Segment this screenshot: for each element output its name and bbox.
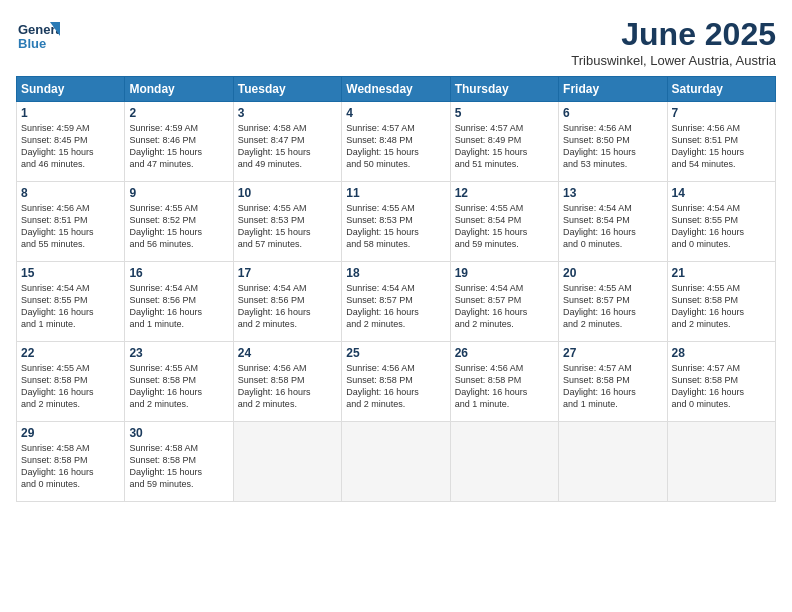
day-number: 4 [346, 106, 445, 120]
day-number: 10 [238, 186, 337, 200]
day-info: Sunrise: 4:58 AMSunset: 8:47 PMDaylight:… [238, 122, 337, 171]
day-info: Sunrise: 4:54 AMSunset: 8:54 PMDaylight:… [563, 202, 662, 251]
day-info: Sunrise: 4:55 AMSunset: 8:52 PMDaylight:… [129, 202, 228, 251]
calendar-cell [233, 422, 341, 502]
day-info: Sunrise: 4:57 AMSunset: 8:58 PMDaylight:… [672, 362, 771, 411]
calendar-cell: 14Sunrise: 4:54 AMSunset: 8:55 PMDayligh… [667, 182, 775, 262]
calendar-cell: 9Sunrise: 4:55 AMSunset: 8:52 PMDaylight… [125, 182, 233, 262]
calendar-cell: 2Sunrise: 4:59 AMSunset: 8:46 PMDaylight… [125, 102, 233, 182]
day-number: 2 [129, 106, 228, 120]
calendar-cell: 11Sunrise: 4:55 AMSunset: 8:53 PMDayligh… [342, 182, 450, 262]
week-row-3: 15Sunrise: 4:54 AMSunset: 8:55 PMDayligh… [17, 262, 776, 342]
day-number: 26 [455, 346, 554, 360]
day-info: Sunrise: 4:57 AMSunset: 8:48 PMDaylight:… [346, 122, 445, 171]
day-info: Sunrise: 4:59 AMSunset: 8:46 PMDaylight:… [129, 122, 228, 171]
day-info: Sunrise: 4:56 AMSunset: 8:58 PMDaylight:… [346, 362, 445, 411]
calendar-cell: 7Sunrise: 4:56 AMSunset: 8:51 PMDaylight… [667, 102, 775, 182]
calendar-cell: 30Sunrise: 4:58 AMSunset: 8:58 PMDayligh… [125, 422, 233, 502]
day-info: Sunrise: 4:58 AMSunset: 8:58 PMDaylight:… [21, 442, 120, 491]
day-number: 28 [672, 346, 771, 360]
calendar-cell: 12Sunrise: 4:55 AMSunset: 8:54 PMDayligh… [450, 182, 558, 262]
day-info: Sunrise: 4:56 AMSunset: 8:50 PMDaylight:… [563, 122, 662, 171]
day-info: Sunrise: 4:55 AMSunset: 8:53 PMDaylight:… [238, 202, 337, 251]
day-info: Sunrise: 4:55 AMSunset: 8:58 PMDaylight:… [672, 282, 771, 331]
calendar-cell [667, 422, 775, 502]
day-info: Sunrise: 4:54 AMSunset: 8:57 PMDaylight:… [346, 282, 445, 331]
week-row-5: 29Sunrise: 4:58 AMSunset: 8:58 PMDayligh… [17, 422, 776, 502]
day-number: 15 [21, 266, 120, 280]
day-number: 18 [346, 266, 445, 280]
day-info: Sunrise: 4:54 AMSunset: 8:55 PMDaylight:… [21, 282, 120, 331]
calendar-cell: 28Sunrise: 4:57 AMSunset: 8:58 PMDayligh… [667, 342, 775, 422]
day-number: 21 [672, 266, 771, 280]
weekday-header-saturday: Saturday [667, 77, 775, 102]
weekday-header-sunday: Sunday [17, 77, 125, 102]
calendar-cell: 20Sunrise: 4:55 AMSunset: 8:57 PMDayligh… [559, 262, 667, 342]
day-info: Sunrise: 4:55 AMSunset: 8:53 PMDaylight:… [346, 202, 445, 251]
day-info: Sunrise: 4:59 AMSunset: 8:45 PMDaylight:… [21, 122, 120, 171]
calendar-cell: 18Sunrise: 4:54 AMSunset: 8:57 PMDayligh… [342, 262, 450, 342]
calendar-cell: 13Sunrise: 4:54 AMSunset: 8:54 PMDayligh… [559, 182, 667, 262]
day-number: 9 [129, 186, 228, 200]
week-row-2: 8Sunrise: 4:56 AMSunset: 8:51 PMDaylight… [17, 182, 776, 262]
calendar-cell: 19Sunrise: 4:54 AMSunset: 8:57 PMDayligh… [450, 262, 558, 342]
calendar-cell: 6Sunrise: 4:56 AMSunset: 8:50 PMDaylight… [559, 102, 667, 182]
day-number: 14 [672, 186, 771, 200]
calendar-cell: 15Sunrise: 4:54 AMSunset: 8:55 PMDayligh… [17, 262, 125, 342]
calendar-cell [559, 422, 667, 502]
weekday-header-friday: Friday [559, 77, 667, 102]
day-number: 25 [346, 346, 445, 360]
week-row-4: 22Sunrise: 4:55 AMSunset: 8:58 PMDayligh… [17, 342, 776, 422]
calendar-cell: 16Sunrise: 4:54 AMSunset: 8:56 PMDayligh… [125, 262, 233, 342]
day-number: 20 [563, 266, 662, 280]
day-info: Sunrise: 4:56 AMSunset: 8:58 PMDaylight:… [455, 362, 554, 411]
calendar-cell: 1Sunrise: 4:59 AMSunset: 8:45 PMDaylight… [17, 102, 125, 182]
day-number: 7 [672, 106, 771, 120]
calendar-cell: 4Sunrise: 4:57 AMSunset: 8:48 PMDaylight… [342, 102, 450, 182]
day-info: Sunrise: 4:55 AMSunset: 8:57 PMDaylight:… [563, 282, 662, 331]
calendar-cell: 29Sunrise: 4:58 AMSunset: 8:58 PMDayligh… [17, 422, 125, 502]
calendar-cell: 26Sunrise: 4:56 AMSunset: 8:58 PMDayligh… [450, 342, 558, 422]
calendar-cell [450, 422, 558, 502]
calendar-cell: 23Sunrise: 4:55 AMSunset: 8:58 PMDayligh… [125, 342, 233, 422]
logo-icon: General Blue [16, 16, 60, 64]
day-info: Sunrise: 4:55 AMSunset: 8:58 PMDaylight:… [129, 362, 228, 411]
day-info: Sunrise: 4:54 AMSunset: 8:56 PMDaylight:… [238, 282, 337, 331]
day-info: Sunrise: 4:56 AMSunset: 8:58 PMDaylight:… [238, 362, 337, 411]
day-info: Sunrise: 4:55 AMSunset: 8:54 PMDaylight:… [455, 202, 554, 251]
day-number: 16 [129, 266, 228, 280]
day-info: Sunrise: 4:55 AMSunset: 8:58 PMDaylight:… [21, 362, 120, 411]
calendar-cell: 17Sunrise: 4:54 AMSunset: 8:56 PMDayligh… [233, 262, 341, 342]
calendar-cell: 3Sunrise: 4:58 AMSunset: 8:47 PMDaylight… [233, 102, 341, 182]
weekday-header-thursday: Thursday [450, 77, 558, 102]
day-number: 8 [21, 186, 120, 200]
day-info: Sunrise: 4:54 AMSunset: 8:57 PMDaylight:… [455, 282, 554, 331]
calendar-cell: 21Sunrise: 4:55 AMSunset: 8:58 PMDayligh… [667, 262, 775, 342]
day-number: 27 [563, 346, 662, 360]
day-info: Sunrise: 4:58 AMSunset: 8:58 PMDaylight:… [129, 442, 228, 491]
day-number: 6 [563, 106, 662, 120]
day-number: 24 [238, 346, 337, 360]
day-number: 22 [21, 346, 120, 360]
calendar-cell: 8Sunrise: 4:56 AMSunset: 8:51 PMDaylight… [17, 182, 125, 262]
location-title: Tribuswinkel, Lower Austria, Austria [571, 53, 776, 68]
day-number: 12 [455, 186, 554, 200]
day-number: 1 [21, 106, 120, 120]
calendar-cell: 27Sunrise: 4:57 AMSunset: 8:58 PMDayligh… [559, 342, 667, 422]
calendar-cell: 24Sunrise: 4:56 AMSunset: 8:58 PMDayligh… [233, 342, 341, 422]
day-number: 23 [129, 346, 228, 360]
calendar-table: SundayMondayTuesdayWednesdayThursdayFrid… [16, 76, 776, 502]
day-info: Sunrise: 4:56 AMSunset: 8:51 PMDaylight:… [672, 122, 771, 171]
month-title: June 2025 [571, 16, 776, 53]
day-info: Sunrise: 4:57 AMSunset: 8:58 PMDaylight:… [563, 362, 662, 411]
title-block: June 2025 Tribuswinkel, Lower Austria, A… [571, 16, 776, 68]
calendar-cell [342, 422, 450, 502]
day-number: 11 [346, 186, 445, 200]
day-info: Sunrise: 4:57 AMSunset: 8:49 PMDaylight:… [455, 122, 554, 171]
calendar-cell: 10Sunrise: 4:55 AMSunset: 8:53 PMDayligh… [233, 182, 341, 262]
day-number: 17 [238, 266, 337, 280]
weekday-header-monday: Monday [125, 77, 233, 102]
day-info: Sunrise: 4:54 AMSunset: 8:56 PMDaylight:… [129, 282, 228, 331]
svg-text:Blue: Blue [18, 36, 46, 51]
day-number: 29 [21, 426, 120, 440]
